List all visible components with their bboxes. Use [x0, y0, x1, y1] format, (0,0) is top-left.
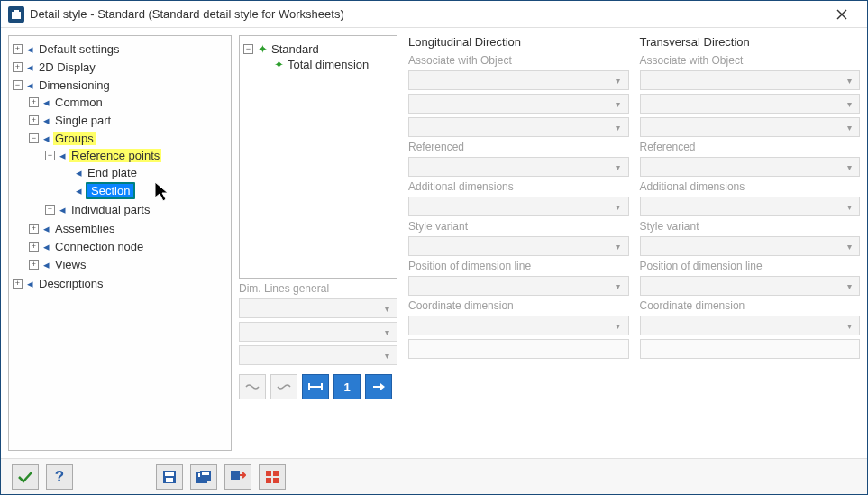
chevron-down-icon: ▾ — [841, 281, 857, 291]
column-dimlines: − ✦ Standard ✦ Total dimension Dim. Line… — [239, 35, 397, 451]
trans-coordinate-combo[interactable]: ▾ — [640, 316, 861, 335]
node-icon: ◂ — [74, 184, 83, 197]
subtree-item-standard[interactable]: − ✦ Standard — [243, 41, 393, 57]
expand-icon[interactable]: + — [13, 279, 23, 289]
label-style-variant-t: Style variant — [640, 220, 861, 233]
btn-wave-right[interactable] — [270, 374, 297, 399]
tree-item-connection-node[interactable]: +◂Connection node — [27, 238, 229, 254]
trans-text-input[interactable] — [640, 339, 861, 359]
btn-arrow-right[interactable] — [365, 374, 392, 399]
left-tree-panel[interactable]: +◂Default settings +◂2D Display −◂Dimens… — [8, 35, 232, 451]
svg-rect-10 — [165, 472, 174, 476]
dimlines-button-row: 1 — [239, 374, 397, 399]
tree-item-single-part[interactable]: +◂Single part — [27, 112, 229, 128]
trans-stylevariant-combo[interactable]: ▾ — [640, 236, 861, 256]
long-associate-combo-3[interactable]: ▾ — [408, 117, 629, 137]
svg-rect-18 — [273, 471, 279, 476]
dimlines-combo-3[interactable]: ▾ — [239, 345, 397, 365]
save-button[interactable] — [156, 464, 183, 490]
long-coordinate-combo[interactable]: ▾ — [408, 316, 629, 335]
close-button[interactable] — [824, 2, 860, 27]
chevron-down-icon: ▾ — [610, 281, 626, 291]
expand-icon[interactable]: + — [29, 224, 39, 234]
expand-icon[interactable]: + — [13, 62, 23, 72]
chevron-down-icon: ▾ — [610, 76, 626, 86]
trans-associate-combo-1[interactable]: ▾ — [640, 70, 861, 90]
help-button[interactable]: ? — [46, 464, 73, 490]
chevron-down-icon: ▾ — [379, 351, 395, 361]
long-referenced-combo[interactable]: ▾ — [408, 157, 629, 177]
expand-icon[interactable]: + — [29, 242, 39, 252]
tree-item-2d-display[interactable]: +◂2D Display — [11, 59, 229, 75]
subtree-item-total-dimension[interactable]: ✦ Total dimension — [243, 57, 393, 72]
collapse-icon[interactable]: − — [29, 133, 39, 143]
dimlines-heading: Dim. Lines general — [239, 282, 397, 295]
svg-rect-1 — [14, 10, 19, 13]
tree-item-descriptions[interactable]: +◂Descriptions — [11, 275, 229, 291]
right-area: − ✦ Standard ✦ Total dimension Dim. Line… — [239, 35, 860, 451]
label-position: Position of dimension line — [408, 260, 629, 272]
tree-item-individual-parts[interactable]: +◂Individual parts — [43, 201, 229, 217]
btn-horizontal-dim[interactable] — [302, 374, 329, 399]
chevron-down-icon: ▾ — [841, 76, 857, 86]
tree-item-groups[interactable]: −◂Groups — [27, 130, 229, 146]
chevron-down-icon: ▾ — [841, 123, 857, 133]
long-additional-combo[interactable]: ▾ — [408, 197, 629, 216]
tree-item-common[interactable]: +◂Common — [27, 94, 229, 110]
chevron-down-icon: ▾ — [610, 162, 626, 172]
node-icon: ◂ — [25, 42, 34, 56]
chevron-down-icon: ▾ — [841, 202, 857, 212]
dialog-body: +◂Default settings +◂2D Display −◂Dimens… — [1, 28, 867, 458]
tree-item-reference-points[interactable]: −◂Reference points — [43, 147, 229, 163]
tree-item-dimensioning[interactable]: −◂Dimensioning — [11, 77, 229, 93]
tree-item-section[interactable]: ◂Section — [59, 182, 229, 198]
link-button[interactable] — [224, 464, 251, 490]
chevron-down-icon: ▾ — [379, 304, 395, 314]
footer-toolbar: ? — [1, 458, 867, 494]
collapse-icon[interactable]: − — [13, 80, 23, 90]
tiles-button[interactable] — [259, 464, 286, 490]
tree-item-end-plate[interactable]: ◂End plate — [59, 164, 229, 180]
trans-additional-combo[interactable]: ▾ — [640, 197, 861, 216]
expand-icon[interactable]: + — [13, 44, 23, 54]
tree-item-assemblies[interactable]: +◂Assemblies — [27, 220, 229, 236]
btn-wave-left[interactable] — [239, 374, 266, 399]
trans-associate-combo-3[interactable]: ▾ — [640, 117, 861, 137]
expand-icon[interactable]: + — [29, 260, 39, 270]
node-icon: ◂ — [58, 149, 67, 162]
tree-item-views[interactable]: +◂Views — [27, 256, 229, 272]
btn-one-dim[interactable]: 1 — [333, 374, 361, 399]
trans-position-combo[interactable]: ▾ — [640, 276, 861, 296]
long-associate-combo-1[interactable]: ▾ — [408, 70, 629, 90]
label-associate: Associate with Object — [408, 54, 629, 67]
long-text-input[interactable] — [408, 339, 629, 359]
node-icon: ◂ — [41, 258, 50, 271]
dimlines-combo-1[interactable]: ▾ — [239, 298, 397, 318]
svg-rect-16 — [231, 471, 240, 480]
node-icon: ◂ — [25, 277, 34, 290]
long-stylevariant-combo[interactable]: ▾ — [408, 236, 629, 256]
collapse-icon[interactable]: − — [243, 44, 253, 54]
dimlines-combo-2[interactable]: ▾ — [239, 322, 397, 342]
tree-item-default-settings[interactable]: +◂Default settings — [11, 41, 229, 57]
long-position-combo[interactable]: ▾ — [408, 276, 629, 296]
longitudinal-heading: Longitudinal Direction — [408, 35, 629, 49]
long-associate-combo-2[interactable]: ▾ — [408, 94, 629, 114]
label-additional-t: Additional dimensions — [640, 180, 861, 193]
node-icon: ◂ — [25, 78, 34, 92]
trans-associate-combo-2[interactable]: ▾ — [640, 94, 861, 114]
sub-tree-panel[interactable]: − ✦ Standard ✦ Total dimension — [239, 35, 397, 279]
trans-referenced-combo[interactable]: ▾ — [640, 157, 861, 177]
app-icon — [8, 6, 24, 23]
expand-icon[interactable]: + — [29, 115, 39, 125]
label-additional: Additional dimensions — [408, 180, 629, 193]
dialog-window: Detail style - Standard (Standard detail… — [0, 0, 868, 495]
saveas-button[interactable] — [190, 464, 217, 490]
apply-button[interactable] — [12, 464, 39, 490]
expand-icon[interactable]: + — [29, 97, 39, 107]
chevron-down-icon: ▾ — [379, 327, 395, 337]
collapse-icon[interactable]: − — [45, 151, 55, 160]
transversal-heading: Transversal Direction — [640, 35, 861, 49]
expand-icon[interactable]: + — [45, 205, 55, 215]
label-coordinate: Coordinate dimension — [408, 299, 629, 312]
